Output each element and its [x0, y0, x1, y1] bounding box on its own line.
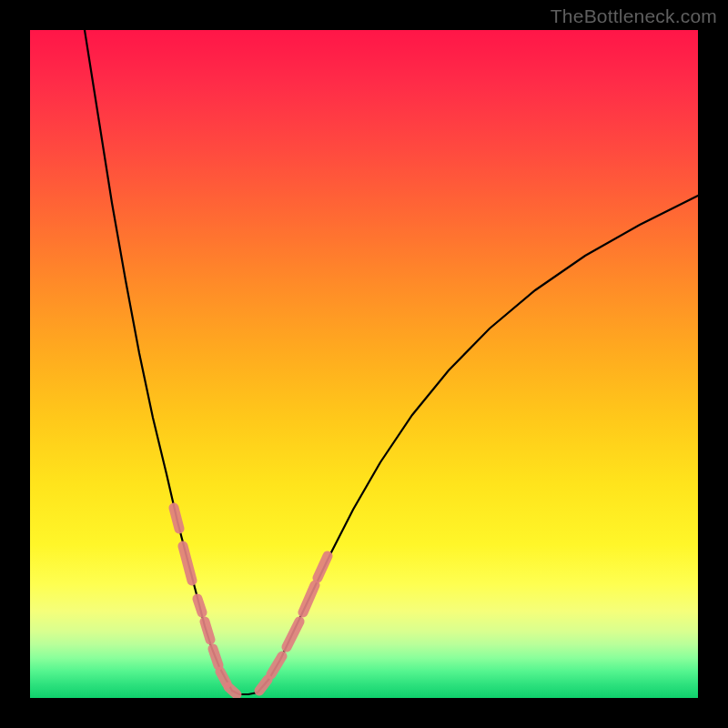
left-arm-path	[85, 30, 232, 691]
dash-mark	[213, 649, 218, 665]
dash-mark	[174, 508, 179, 529]
dash-mark	[228, 687, 237, 694]
dash-mark	[197, 599, 202, 612]
dash-mark	[318, 556, 328, 578]
dash-mark	[205, 622, 210, 640]
dash-mark	[183, 546, 192, 581]
dash-mark	[259, 680, 268, 691]
dash-mark	[303, 585, 315, 612]
dash-mark	[220, 672, 227, 683]
left-dash-marks	[174, 508, 237, 694]
curve-overlay	[30, 30, 698, 698]
dash-mark	[271, 656, 282, 674]
right-dash-marks	[259, 556, 328, 691]
right-arm-path	[258, 196, 698, 693]
dash-mark	[287, 622, 299, 647]
watermark-text: TheBottleneck.com	[551, 5, 717, 27]
v-curve	[85, 30, 698, 694]
plot-area	[30, 30, 698, 698]
